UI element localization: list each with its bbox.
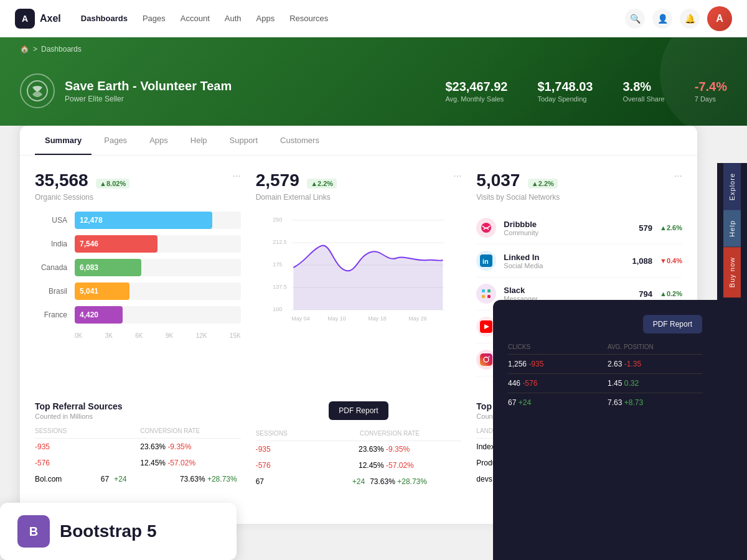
- linkedin-icon: in: [476, 251, 496, 271]
- nav-link-auth[interactable]: Auth: [225, 14, 242, 23]
- pages-row-1: -935 23.63% -9.35%: [256, 441, 462, 457]
- nav-link-account[interactable]: Account: [181, 14, 210, 23]
- slack-change: ▲0.2%: [660, 290, 682, 297]
- stat-value-3: 3.8%: [622, 80, 664, 94]
- svg-text:May 26: May 26: [408, 315, 427, 322]
- axis-15k: 15K: [230, 332, 241, 339]
- user-avatar[interactable]: A: [707, 6, 732, 31]
- team-name: Save Earth - Volunteer Team: [65, 79, 232, 93]
- breadcrumb-home[interactable]: 🏠: [20, 45, 29, 54]
- right-sidebar: Explore Help Buy now: [717, 163, 747, 560]
- bar-country-india: India: [35, 240, 67, 248]
- bar-fill-canada: 6,083: [75, 259, 141, 276]
- social-row-linkedin: in Linked In Social Media 1,088 ▼0.4%: [476, 245, 682, 278]
- team-subtitle: Power Elite Seller: [65, 95, 232, 103]
- dribbble-icon: [476, 218, 496, 238]
- dark-row-2: 446 -576 1.45 0.32: [508, 374, 702, 393]
- tab-pages[interactable]: Pages: [94, 126, 137, 155]
- bar-fill-india: 7,546: [75, 235, 157, 253]
- bar-fill-brasil: 5,041: [75, 282, 129, 300]
- metric3-header: 5,037 ▲2.2% ···: [476, 170, 682, 190]
- bootstrap-text: Bootstrap 5: [60, 521, 157, 541]
- svg-rect-21: [487, 295, 491, 298]
- row3-conv-change: +28.73%: [207, 475, 237, 483]
- stat-label-3: Overall Share: [622, 95, 664, 103]
- linkedin-name: Linked In: [504, 253, 624, 262]
- hero-content: Save Earth - Volunteer Team Power Elite …: [20, 61, 727, 126]
- bar-country-france: France: [35, 310, 67, 319]
- pdf-report-button[interactable]: PDF Report: [329, 401, 388, 420]
- tab-customers[interactable]: Customers: [270, 126, 329, 155]
- bootstrap-icon: B: [17, 515, 50, 548]
- bar-track-france: 4,420: [75, 306, 241, 324]
- bar-fill-usa: 12,478: [75, 212, 212, 229]
- tab-apps[interactable]: Apps: [139, 126, 178, 155]
- referral-header: SESSIONS CONVERSION RATE: [35, 427, 241, 439]
- dribbble-name: Dribbble: [504, 220, 631, 229]
- nav-link-pages[interactable]: Pages: [143, 14, 166, 23]
- metric1-header: 35,568 ▲8.02% ···: [35, 170, 241, 190]
- explore-button[interactable]: Explore: [723, 163, 741, 210]
- nav-links: Dashboards Pages Account Auth Apps Resou…: [81, 14, 329, 23]
- pdf-report-section: PDF Report SESSIONS CONVERSION RATE -935…: [256, 401, 462, 490]
- row2-conv-change: -57.02%: [167, 459, 195, 467]
- nav-link-dashboards[interactable]: Dashboards: [81, 14, 128, 23]
- bar-row-india: India 7,546: [35, 235, 241, 253]
- dark-pdf-button[interactable]: PDF Report: [643, 315, 702, 334]
- bar-row-france: France 4,420: [35, 306, 241, 324]
- bar-fill-france: 4,420: [75, 306, 123, 324]
- svg-text:212.5: 212.5: [273, 239, 287, 245]
- metric1-more[interactable]: ···: [232, 170, 240, 182]
- linkedin-type: Social Media: [504, 262, 624, 269]
- bar-row-canada: Canada 6,083: [35, 259, 241, 276]
- breadcrumb-separator: >: [33, 45, 37, 54]
- tab-support[interactable]: Support: [220, 126, 268, 155]
- pages-col-conv: CONVERSION RATE: [360, 430, 461, 437]
- slack-value: 794: [639, 289, 652, 299]
- metric3-label: Visits by Social Networks: [476, 193, 682, 202]
- svg-text:May 10: May 10: [327, 315, 346, 322]
- svg-text:in: in: [482, 258, 489, 265]
- stat-value-2: $1,748.03: [538, 80, 593, 94]
- bar-country-usa: USA: [35, 216, 67, 225]
- bar-country-canada: Canada: [35, 263, 67, 272]
- svg-rect-24: [480, 353, 492, 366]
- dark-header: CLICKS AVG. POSITION: [508, 343, 702, 355]
- referral-title: Top Referral Sources: [35, 401, 241, 411]
- logo[interactable]: A Axel: [15, 9, 61, 29]
- organic-sessions-card: 35,568 ▲8.02% ··· Organic Sessions USA 1…: [35, 170, 241, 386]
- line-chart: 250 212.5 175 137.5 100: [256, 212, 462, 324]
- row2-sessions: -576: [35, 459, 135, 467]
- axis-12k: 12K: [196, 332, 207, 339]
- social-row-dribbble: Dribbble Community 579 ▲2.6%: [476, 212, 682, 245]
- referral-row-2: -576 12.45% -57.02%: [35, 455, 241, 471]
- bar-track-india: 7,546: [75, 235, 241, 253]
- row3-conv: 73.63%: [180, 475, 205, 483]
- nav-link-apps[interactable]: Apps: [256, 14, 275, 23]
- pages-col-sessions: SESSIONS: [256, 430, 357, 437]
- profile-button[interactable]: 👤: [652, 9, 672, 29]
- help-button[interactable]: Help: [723, 210, 741, 247]
- tab-help[interactable]: Help: [181, 126, 217, 155]
- svg-rect-19: [487, 289, 491, 292]
- metric2-value: 2,579: [256, 170, 299, 190]
- svg-rect-20: [482, 295, 485, 298]
- metric3-more[interactable]: ···: [674, 170, 682, 182]
- dark-section: PDF Report CLICKS AVG. POSITION 1,256 -9…: [493, 300, 717, 560]
- navbar: A Axel Dashboards Pages Account Auth App…: [0, 0, 747, 37]
- referral-row-1: -935 23.63% -9.35%: [35, 439, 241, 455]
- row1-sessions: -935: [35, 442, 135, 451]
- metric2-more[interactable]: ···: [453, 170, 461, 182]
- search-button[interactable]: 🔍: [625, 9, 645, 29]
- buy-now-button[interactable]: Buy now: [723, 247, 741, 297]
- nav-link-resources[interactable]: Resources: [289, 14, 328, 23]
- dribbble-info: Dribbble Community: [504, 220, 631, 236]
- tab-summary[interactable]: Summary: [35, 126, 92, 155]
- bar-track-usa: 12,478: [75, 212, 241, 229]
- metric1-badge: ▲8.02%: [96, 179, 129, 189]
- dark-col-avg: AVG. POSITION: [608, 343, 702, 350]
- referral-col-conv: CONVERSION RATE: [140, 427, 240, 434]
- row2-conv: 12.45%: [140, 459, 166, 467]
- notifications-button[interactable]: 🔔: [680, 9, 700, 29]
- bar-chart: USA 12,478 India 7,546 Canad: [35, 212, 241, 339]
